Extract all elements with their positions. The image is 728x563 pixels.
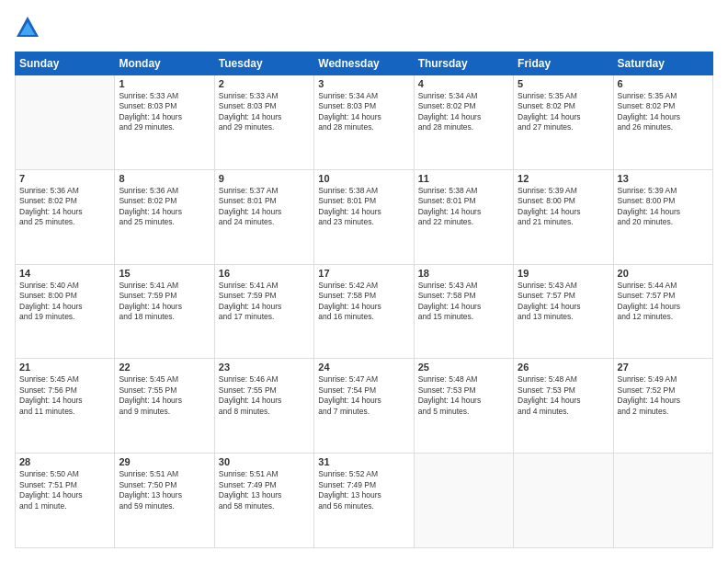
day-cell: 4Sunrise: 5:34 AM Sunset: 8:02 PM Daylig… (414, 75, 513, 170)
day-cell: 19Sunrise: 5:43 AM Sunset: 7:57 PM Dayli… (514, 264, 613, 359)
day-number: 24 (318, 362, 409, 373)
day-info: Sunrise: 5:48 AM Sunset: 7:53 PM Dayligh… (518, 374, 609, 417)
day-cell: 8Sunrise: 5:36 AM Sunset: 8:02 PM Daylig… (115, 169, 214, 264)
day-number: 12 (518, 173, 609, 184)
week-row-0: 1Sunrise: 5:33 AM Sunset: 8:03 PM Daylig… (16, 75, 713, 170)
day-cell: 21Sunrise: 5:45 AM Sunset: 7:56 PM Dayli… (16, 359, 115, 454)
day-number: 8 (119, 173, 210, 184)
day-info: Sunrise: 5:33 AM Sunset: 8:03 PM Dayligh… (119, 91, 210, 133)
day-cell: 9Sunrise: 5:37 AM Sunset: 8:01 PM Daylig… (214, 169, 313, 264)
day-cell: 1Sunrise: 5:33 AM Sunset: 8:03 PM Daylig… (115, 75, 214, 170)
logo (15, 15, 42, 40)
header-row: SundayMondayTuesdayWednesdayThursdayFrid… (16, 52, 713, 75)
day-cell: 22Sunrise: 5:45 AM Sunset: 7:55 PM Dayli… (115, 359, 214, 454)
day-info: Sunrise: 5:51 AM Sunset: 7:49 PM Dayligh… (219, 469, 310, 511)
day-cell: 29Sunrise: 5:51 AM Sunset: 7:50 PM Dayli… (115, 454, 214, 548)
day-number: 16 (219, 268, 310, 279)
day-number: 28 (19, 456, 110, 467)
day-number: 15 (119, 268, 210, 279)
day-number: 19 (518, 268, 609, 279)
day-number: 13 (618, 173, 709, 184)
day-cell (514, 454, 613, 548)
day-cell: 12Sunrise: 5:39 AM Sunset: 8:00 PM Dayli… (514, 169, 613, 264)
week-row-4: 28Sunrise: 5:50 AM Sunset: 7:51 PM Dayli… (16, 454, 713, 548)
day-info: Sunrise: 5:37 AM Sunset: 8:01 PM Dayligh… (219, 186, 310, 228)
day-number: 2 (219, 78, 310, 89)
day-cell: 16Sunrise: 5:41 AM Sunset: 7:59 PM Dayli… (214, 264, 313, 359)
day-info: Sunrise: 5:40 AM Sunset: 8:00 PM Dayligh… (19, 281, 110, 323)
day-number: 14 (19, 268, 110, 279)
day-info: Sunrise: 5:47 AM Sunset: 7:54 PM Dayligh… (318, 374, 409, 417)
day-info: Sunrise: 5:42 AM Sunset: 7:58 PM Dayligh… (318, 281, 409, 323)
day-info: Sunrise: 5:43 AM Sunset: 7:58 PM Dayligh… (418, 281, 509, 323)
header-cell-wednesday: Wednesday (314, 52, 414, 75)
day-info: Sunrise: 5:49 AM Sunset: 7:52 PM Dayligh… (618, 374, 709, 417)
header-cell-friday: Friday (514, 52, 613, 75)
page: SundayMondayTuesdayWednesdayThursdayFrid… (0, 0, 728, 563)
week-row-2: 14Sunrise: 5:40 AM Sunset: 8:00 PM Dayli… (16, 264, 713, 359)
day-info: Sunrise: 5:43 AM Sunset: 7:57 PM Dayligh… (518, 281, 609, 323)
day-info: Sunrise: 5:33 AM Sunset: 8:03 PM Dayligh… (219, 91, 310, 133)
day-info: Sunrise: 5:45 AM Sunset: 7:56 PM Dayligh… (19, 374, 110, 417)
day-info: Sunrise: 5:39 AM Sunset: 8:00 PM Dayligh… (618, 186, 709, 228)
day-number: 29 (119, 456, 210, 467)
day-cell: 18Sunrise: 5:43 AM Sunset: 7:58 PM Dayli… (414, 264, 513, 359)
header-cell-saturday: Saturday (613, 52, 712, 75)
day-number: 18 (418, 268, 509, 279)
day-info: Sunrise: 5:51 AM Sunset: 7:50 PM Dayligh… (119, 469, 210, 511)
header (15, 15, 713, 40)
day-info: Sunrise: 5:39 AM Sunset: 8:00 PM Dayligh… (518, 186, 609, 228)
calendar-body: 1Sunrise: 5:33 AM Sunset: 8:03 PM Daylig… (16, 75, 713, 548)
day-cell: 26Sunrise: 5:48 AM Sunset: 7:53 PM Dayli… (514, 359, 613, 454)
day-number: 21 (19, 362, 110, 373)
header-cell-sunday: Sunday (16, 52, 115, 75)
day-info: Sunrise: 5:45 AM Sunset: 7:55 PM Dayligh… (119, 374, 210, 417)
day-number: 10 (318, 173, 409, 184)
logo-icon (15, 15, 40, 40)
day-info: Sunrise: 5:44 AM Sunset: 7:57 PM Dayligh… (618, 281, 709, 323)
day-info: Sunrise: 5:52 AM Sunset: 7:49 PM Dayligh… (318, 469, 409, 511)
day-number: 31 (318, 456, 409, 467)
day-info: Sunrise: 5:48 AM Sunset: 7:53 PM Dayligh… (418, 374, 509, 417)
day-info: Sunrise: 5:34 AM Sunset: 8:03 PM Dayligh… (318, 91, 409, 133)
day-number: 1 (119, 78, 210, 89)
day-info: Sunrise: 5:34 AM Sunset: 8:02 PM Dayligh… (418, 91, 509, 133)
day-info: Sunrise: 5:38 AM Sunset: 8:01 PM Dayligh… (318, 186, 409, 228)
day-cell: 17Sunrise: 5:42 AM Sunset: 7:58 PM Dayli… (314, 264, 414, 359)
day-cell: 10Sunrise: 5:38 AM Sunset: 8:01 PM Dayli… (314, 169, 414, 264)
day-number: 4 (418, 78, 509, 89)
day-cell: 11Sunrise: 5:38 AM Sunset: 8:01 PM Dayli… (414, 169, 513, 264)
day-info: Sunrise: 5:50 AM Sunset: 7:51 PM Dayligh… (19, 469, 110, 511)
day-number: 6 (618, 78, 709, 89)
day-cell: 13Sunrise: 5:39 AM Sunset: 8:00 PM Dayli… (613, 169, 712, 264)
day-cell: 30Sunrise: 5:51 AM Sunset: 7:49 PM Dayli… (214, 454, 313, 548)
day-cell: 31Sunrise: 5:52 AM Sunset: 7:49 PM Dayli… (314, 454, 414, 548)
day-number: 26 (518, 362, 609, 373)
day-number: 30 (219, 456, 310, 467)
day-info: Sunrise: 5:36 AM Sunset: 8:02 PM Dayligh… (19, 186, 110, 228)
day-info: Sunrise: 5:35 AM Sunset: 8:02 PM Dayligh… (618, 91, 709, 133)
day-number: 17 (318, 268, 409, 279)
day-cell: 15Sunrise: 5:41 AM Sunset: 7:59 PM Dayli… (115, 264, 214, 359)
day-cell (414, 454, 513, 548)
day-info: Sunrise: 5:41 AM Sunset: 7:59 PM Dayligh… (219, 281, 310, 323)
day-cell (16, 75, 115, 170)
day-cell: 20Sunrise: 5:44 AM Sunset: 7:57 PM Dayli… (613, 264, 712, 359)
day-cell: 6Sunrise: 5:35 AM Sunset: 8:02 PM Daylig… (613, 75, 712, 170)
day-cell: 23Sunrise: 5:46 AM Sunset: 7:55 PM Dayli… (214, 359, 313, 454)
day-cell: 28Sunrise: 5:50 AM Sunset: 7:51 PM Dayli… (16, 454, 115, 548)
day-cell: 27Sunrise: 5:49 AM Sunset: 7:52 PM Dayli… (613, 359, 712, 454)
day-number: 3 (318, 78, 409, 89)
calendar-header: SundayMondayTuesdayWednesdayThursdayFrid… (16, 52, 713, 75)
day-cell: 14Sunrise: 5:40 AM Sunset: 8:00 PM Dayli… (16, 264, 115, 359)
day-info: Sunrise: 5:41 AM Sunset: 7:59 PM Dayligh… (119, 281, 210, 323)
day-number: 27 (618, 362, 709, 373)
day-cell (613, 454, 712, 548)
week-row-1: 7Sunrise: 5:36 AM Sunset: 8:02 PM Daylig… (16, 169, 713, 264)
day-cell: 3Sunrise: 5:34 AM Sunset: 8:03 PM Daylig… (314, 75, 414, 170)
calendar-table: SundayMondayTuesdayWednesdayThursdayFrid… (15, 52, 713, 548)
day-number: 5 (518, 78, 609, 89)
day-number: 20 (618, 268, 709, 279)
day-number: 25 (418, 362, 509, 373)
header-cell-tuesday: Tuesday (214, 52, 313, 75)
